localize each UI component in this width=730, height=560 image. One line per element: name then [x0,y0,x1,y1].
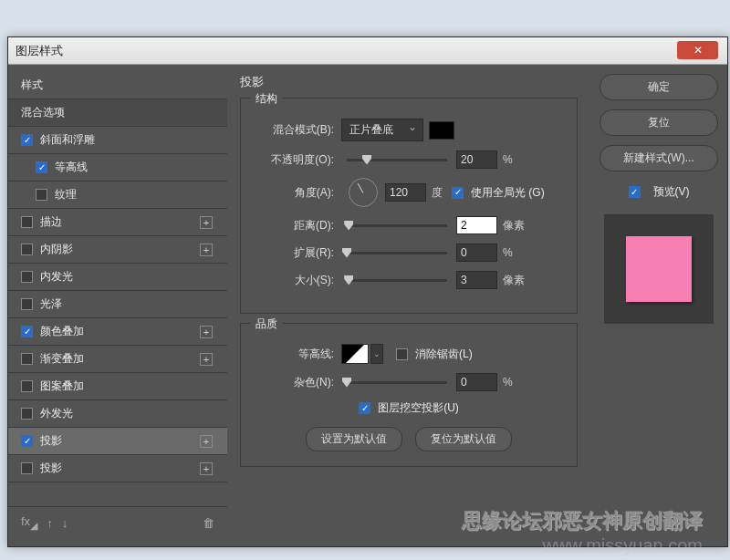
new-style-button[interactable]: 新建样式(W)... [600,145,718,171]
style-row-7[interactable]: 颜色叠加+ [8,318,227,346]
add-effect-icon[interactable]: + [200,353,213,366]
global-light-checkbox[interactable] [452,187,464,199]
opacity-unit: % [503,153,513,166]
style-label: 描边 [40,214,62,230]
add-effect-icon[interactable]: + [200,435,213,448]
distance-label: 距离(D): [254,218,341,233]
style-checkbox[interactable] [36,161,47,173]
antialias-checkbox[interactable] [396,348,408,360]
window-title: 图层样式 [16,43,63,59]
style-row-12[interactable]: 投影+ [8,455,227,482]
global-light-label: 使用全局光 (G) [471,185,545,201]
noise-label: 杂色(N): [254,375,341,390]
ok-button[interactable]: 确定 [600,74,718,100]
style-label: 斜面和浮雕 [40,132,95,148]
style-row-11[interactable]: 投影+ [8,428,227,455]
contour-label: 等高线: [254,347,341,362]
blend-options-row[interactable]: 混合选项 [8,99,227,127]
style-checkbox[interactable] [21,326,33,337]
spread-input[interactable]: 0 [456,244,497,262]
style-checkbox[interactable] [21,298,33,310]
style-checkbox[interactable] [21,244,33,255]
distance-input[interactable]: 2 [456,216,497,234]
settings-panel: 投影 结构 混合模式(B): 正片叠底 不透明度(O): 20 % 角度(A): [227,65,590,546]
structure-legend: 结构 [250,91,283,107]
style-row-3[interactable]: 描边+ [8,209,227,236]
sidebar-header: 样式 [8,72,227,99]
panel-title: 投影 [240,74,578,90]
titlebar[interactable]: 图层样式 ✕ [8,37,727,65]
cancel-button[interactable]: 复位 [600,109,718,136]
style-row-10[interactable]: 外发光 [8,400,227,428]
style-checkbox[interactable] [21,408,33,420]
angle-input[interactable]: 120 [385,183,426,202]
opacity-slider[interactable] [347,159,447,161]
style-row-6[interactable]: 光泽 [8,291,227,318]
preview-checkbox[interactable] [629,186,641,198]
quality-group: 品质 等高线: ⌄ 消除锯齿(L) 杂色(N): 0 % [240,323,578,467]
style-label: 图案叠加 [40,379,84,394]
style-checkbox[interactable] [21,216,33,228]
style-row-1[interactable]: 等高线 [8,154,227,181]
spread-label: 扩展(R): [254,245,341,261]
style-checkbox[interactable] [21,353,33,365]
preview-box [604,214,714,324]
angle-dial[interactable] [349,178,378,207]
distance-unit: 像素 [503,218,525,233]
style-label: 投影 [40,433,62,449]
blendmode-select[interactable]: 正片叠底 [341,119,423,141]
layer-style-dialog: 图层样式 ✕ 样式 混合选项 斜面和浮雕等高线纹理描边+内阴影+内发光光泽颜色叠… [7,36,728,547]
add-effect-icon[interactable]: + [200,216,213,229]
knockout-checkbox[interactable] [359,402,370,414]
spread-slider[interactable] [347,252,447,254]
sidebar-footer: fx◢ ↑ ↓ 🗑 [8,506,227,539]
close-button[interactable]: ✕ [677,41,718,59]
blendmode-label: 混合模式(B): [254,122,341,138]
noise-slider[interactable] [347,381,447,384]
style-row-9[interactable]: 图案叠加 [8,373,227,400]
shadow-color-swatch[interactable] [429,121,454,140]
action-panel: 确定 复位 新建样式(W)... 预览(V) [590,65,727,546]
add-effect-icon[interactable]: + [200,244,213,256]
knockout-label: 图层挖空投影(U) [378,400,459,416]
make-default-button[interactable]: 设置为默认值 [306,427,402,451]
style-label: 投影 [40,461,62,476]
style-row-4[interactable]: 内阴影+ [8,236,227,264]
style-row-0[interactable]: 斜面和浮雕 [8,127,227,154]
style-label: 渐变叠加 [40,351,84,367]
trash-icon[interactable]: 🗑 [203,516,214,530]
noise-unit: % [503,376,513,389]
reset-default-button[interactable]: 复位为默认值 [415,427,512,451]
up-arrow-icon[interactable]: ↑ [47,516,53,530]
styles-sidebar: 样式 混合选项 斜面和浮雕等高线纹理描边+内阴影+内发光光泽颜色叠加+渐变叠加+… [8,65,227,546]
fx-icon[interactable]: fx◢ [21,514,37,532]
preview-shape [626,236,692,302]
style-label: 颜色叠加 [40,324,84,339]
antialias-label: 消除锯齿(L) [415,347,473,362]
size-input[interactable]: 3 [456,271,497,289]
contour-dropdown[interactable]: ⌄ [370,344,383,364]
style-checkbox[interactable] [36,189,47,201]
noise-input[interactable]: 0 [456,373,497,391]
angle-unit: 度 [432,185,443,201]
style-checkbox[interactable] [21,380,33,392]
style-row-2[interactable]: 纹理 [8,181,227,209]
style-row-5[interactable]: 内发光 [8,264,227,291]
opacity-label: 不透明度(O): [254,152,341,168]
spread-unit: % [503,246,513,259]
contour-swatch[interactable] [341,344,369,364]
style-checkbox[interactable] [21,134,33,146]
style-label: 等高线 [55,160,88,175]
opacity-input[interactable]: 20 [456,150,497,169]
down-arrow-icon[interactable]: ↓ [62,516,68,530]
style-checkbox[interactable] [21,462,33,474]
size-slider[interactable] [347,279,447,282]
quality-legend: 品质 [250,316,283,332]
add-effect-icon[interactable]: + [200,462,213,475]
distance-slider[interactable] [347,224,447,227]
style-checkbox[interactable] [21,271,33,283]
style-checkbox[interactable] [21,435,33,447]
add-effect-icon[interactable]: + [200,326,213,338]
style-label: 光泽 [40,296,62,312]
style-row-8[interactable]: 渐变叠加+ [8,346,227,373]
